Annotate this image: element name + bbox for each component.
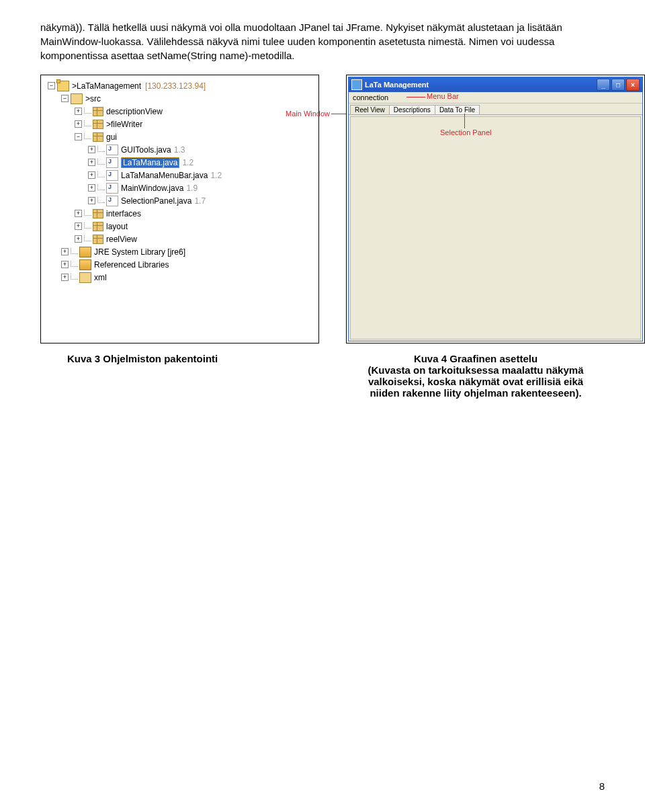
menu-connection[interactable]: connection xyxy=(353,93,388,102)
tab-descriptions[interactable]: Descriptions xyxy=(389,105,435,114)
tab-reelview[interactable]: Reel View xyxy=(350,105,390,114)
expand-icon[interactable]: + xyxy=(75,222,82,230)
tree-connector-icon xyxy=(97,159,105,165)
tree-java-selected[interactable]: + LaTaMana.java 1.2 xyxy=(44,156,316,169)
jre-label: JRE System Library [jre6] xyxy=(94,247,185,257)
expand-icon[interactable]: + xyxy=(61,274,69,281)
java-file-icon xyxy=(106,145,118,155)
content-area xyxy=(350,116,641,339)
callout-line xyxy=(406,97,425,97)
library-icon xyxy=(79,259,91,270)
tree-java[interactable]: + MainWindow.java 1.9 xyxy=(44,181,316,194)
callout-mainwindow: Main Window xyxy=(286,110,330,118)
java-label: GUITools.java xyxy=(121,145,171,155)
callout-selpanel: Selection Panel xyxy=(440,128,491,136)
version-label: 1.7 xyxy=(194,196,206,206)
tree-reflibs[interactable]: + Referenced Libraries xyxy=(44,258,316,271)
root-label: >LaTaManagement xyxy=(72,81,141,91)
pkg-label: descriptionView xyxy=(106,107,163,116)
callout-line xyxy=(464,114,465,128)
xml-label: xml xyxy=(94,273,107,282)
caption-right: Kuva 4 Graafinen asettelu (Kuvasta on ta… xyxy=(347,353,605,399)
collapse-icon[interactable]: − xyxy=(61,95,69,102)
expand-icon[interactable]: + xyxy=(75,210,82,217)
package-icon xyxy=(93,107,103,116)
expand-icon[interactable]: + xyxy=(61,248,69,255)
collapse-icon[interactable]: − xyxy=(48,82,55,89)
caption-right-body: (Kuvasta on tarkoituksessa maalattu näky… xyxy=(368,364,584,399)
java-label: SelectionPanel.java xyxy=(121,196,191,206)
tree-java[interactable]: + SelectionPanel.java 1.7 xyxy=(44,194,316,207)
folder-icon xyxy=(71,93,83,104)
expand-icon[interactable]: + xyxy=(88,171,95,179)
tree-pkg[interactable]: + >fileWriter xyxy=(44,118,316,130)
expand-icon[interactable]: + xyxy=(88,184,95,192)
tree-root[interactable]: − >LaTaManagement [130.233.123.94] xyxy=(44,79,316,92)
tree-pkg[interactable]: + layout xyxy=(44,220,316,233)
tree-connector-icon xyxy=(71,248,78,254)
expand-icon[interactable]: + xyxy=(88,146,95,153)
tree-connector-icon xyxy=(84,235,91,241)
caption-left: Kuva 3 Ohjelmiston pakentointi xyxy=(40,353,347,399)
root-ip: [130.233.123.94] xyxy=(145,81,206,91)
tree-connector-icon xyxy=(84,210,91,216)
project-icon xyxy=(57,81,69,91)
collapse-icon[interactable]: − xyxy=(75,133,82,140)
expand-icon[interactable]: + xyxy=(88,159,95,166)
src-label: >src xyxy=(85,94,101,104)
java-file-icon xyxy=(106,170,118,181)
app-window: LaTa Management _ □ × connection Reel Vi… xyxy=(348,77,643,341)
tree-connector-icon xyxy=(71,274,78,280)
java-label: MainWindow.java xyxy=(121,184,183,193)
tree-jre[interactable]: + JRE System Library [jre6] xyxy=(44,245,316,258)
figure-row: − >LaTaManagement [130.233.123.94] − >sr… xyxy=(40,75,605,343)
package-tree-panel: − >LaTaManagement [130.233.123.94] − >sr… xyxy=(40,75,319,343)
pkg-label: >fileWriter xyxy=(106,120,142,129)
tree-connector-icon xyxy=(84,108,91,114)
caption-right-title: Kuva 4 Graafinen asettelu xyxy=(414,353,538,364)
callout-menubar: Menu Bar xyxy=(427,92,459,100)
pkg-label: interfaces xyxy=(106,209,141,218)
tree-connector-icon xyxy=(97,146,105,152)
intro-paragraph: näkymä)). Tällä hetkellä uusi näkymä voi… xyxy=(40,20,605,63)
tree-pkg[interactable]: + descriptionView xyxy=(44,105,316,118)
tree-connector-icon xyxy=(97,197,105,203)
pkg-label: layout xyxy=(106,222,128,231)
expand-icon[interactable]: + xyxy=(75,120,82,128)
expand-icon[interactable]: + xyxy=(75,235,82,243)
version-label: 1.2 xyxy=(210,171,222,180)
java-file-icon xyxy=(106,196,118,206)
tree-java[interactable]: + GUITools.java 1.3 xyxy=(44,143,316,156)
tree-java[interactable]: + LaTaManaMenuBar.java 1.2 xyxy=(44,169,316,181)
java-file-icon xyxy=(106,183,118,194)
minimize-button[interactable]: _ xyxy=(597,79,610,91)
tab-bar: Reel View Descriptions Data To File xyxy=(349,104,642,115)
expand-icon[interactable]: + xyxy=(61,261,69,268)
reflibs-label: Referenced Libraries xyxy=(94,260,169,270)
tree-connector-icon xyxy=(84,133,91,139)
tree-connector-icon xyxy=(84,222,91,229)
tree-connector-icon xyxy=(97,171,105,177)
title-bar[interactable]: LaTa Management _ □ × xyxy=(349,77,642,92)
package-icon xyxy=(93,209,103,218)
app-icon xyxy=(351,79,362,90)
tree-xml[interactable]: + xml xyxy=(44,271,316,284)
package-icon xyxy=(93,222,103,231)
menu-bar[interactable]: connection xyxy=(349,92,642,104)
version-label: 1.9 xyxy=(186,184,198,193)
page-number: 8 xyxy=(599,780,605,792)
expand-icon[interactable]: + xyxy=(88,197,95,204)
folder-icon xyxy=(79,272,91,283)
maximize-button[interactable]: □ xyxy=(611,79,625,91)
tab-datatofile[interactable]: Data To File xyxy=(435,105,480,114)
tree-connector-icon xyxy=(97,184,105,190)
close-button[interactable]: × xyxy=(626,79,640,91)
tree-pkg-gui[interactable]: − gui xyxy=(44,130,316,143)
java-file-icon xyxy=(106,157,118,168)
java-label: LaTaManaMenuBar.java xyxy=(121,171,208,180)
tree-pkg[interactable]: + interfaces xyxy=(44,207,316,220)
expand-icon[interactable]: + xyxy=(75,108,82,115)
tree-src[interactable]: − >src xyxy=(44,92,316,105)
layout-annotated-figure: Main Window LaTa Management _ □ × conn xyxy=(346,75,645,343)
tree-pkg[interactable]: + reelView xyxy=(44,233,316,245)
